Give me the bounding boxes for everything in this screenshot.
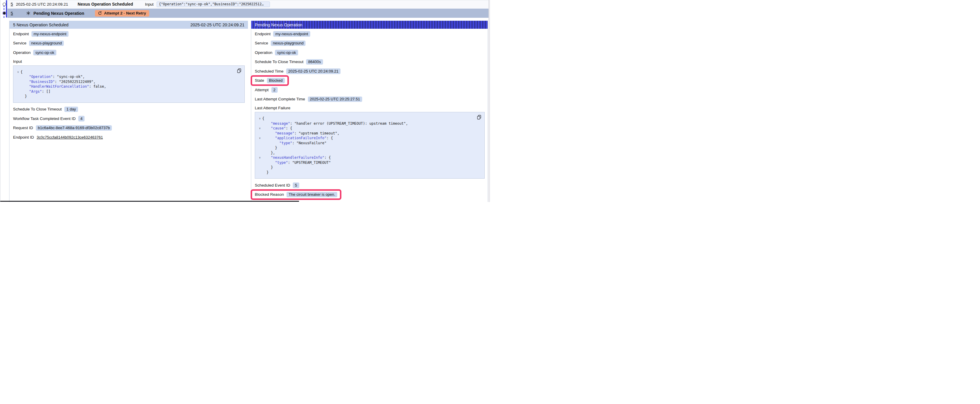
- field-label: Scheduled Event ID: [255, 183, 290, 187]
- field-value-chip: my-nexus-endpoint: [273, 31, 310, 37]
- event-title: Pending Nexus Operation: [33, 11, 90, 16]
- field-value-chip: b1c6a4bc-8ee7-468a-9169-df3b02c8737b: [36, 125, 112, 131]
- timeline-event-circle-icon: [3, 3, 6, 6]
- event-timestamp: 2025-02-25 UTC 20:24:09.21: [16, 2, 75, 6]
- field-row: StateBlocked: [255, 78, 488, 84]
- field-row: Last Attempt Complete Time2025-02-25 UTC…: [255, 97, 488, 102]
- field-label: Schedule To Close Timeout: [255, 60, 304, 64]
- field-row: Endpoint ID3c0c75ccfa8144b092c13ce632463…: [13, 135, 248, 140]
- field-row: Servicenexus-playground: [255, 41, 488, 46]
- field-value-chip: 4: [78, 116, 84, 122]
- field-value-chip: The circuit breaker is open.: [286, 192, 337, 198]
- field-label: Operation: [13, 50, 30, 55]
- field-value-chip: 5: [293, 182, 299, 188]
- field-label: Schedule To Close Timeout: [13, 107, 62, 111]
- pending-operation-detail-panel: Pending Nexus Operation Endpointmy-nexus…: [251, 21, 488, 202]
- input-preview-chip: {"Operation":"sync-op-ok","BusinessID":"…: [157, 2, 270, 7]
- selected-events-indicator-bar: [6, 0, 7, 17]
- collapse-chevron-icon[interactable]: ∨: [258, 136, 262, 141]
- annotation-highlight-box: Blocked ReasonThe circuit breaker is ope…: [251, 189, 341, 200]
- field-value-chip: sync-op-ok: [33, 50, 56, 55]
- event-title: Nexus Operation Scheduled: [78, 2, 145, 6]
- last-attempt-failure-label: Last Attempt Failure: [255, 106, 488, 110]
- field-label: Operation: [255, 50, 272, 55]
- collapse-chevron-icon[interactable]: ∨: [258, 116, 262, 121]
- field-value-chip: my-nexus-endpoint: [32, 31, 68, 37]
- timeline-pending-dot-icon: [3, 12, 6, 14]
- field-row: Attempt2: [255, 87, 488, 93]
- field-label: State: [255, 78, 264, 82]
- panel-timestamp: 2025-02-25 UTC 20:24:09.21: [191, 22, 244, 27]
- retry-attempt-badge: Attempt 2 · Next Retry: [95, 10, 149, 17]
- field-label: Service: [13, 41, 26, 45]
- field-value-chip: nexus-playground: [29, 41, 64, 46]
- field-label: Endpoint: [13, 32, 29, 36]
- vertical-scrollbar[interactable]: [488, 0, 490, 202]
- window-bottom-edge: [0, 201, 299, 202]
- field-label: Workflow Task Completed Event ID: [13, 116, 76, 121]
- scheduled-event-detail-panel: 5 Nexus Operation Scheduled 2025-02-25 U…: [9, 21, 248, 202]
- field-row: Schedule To Close Timeout1 day: [13, 107, 248, 112]
- retry-icon: [98, 11, 102, 16]
- field-value-chip: sync-op-ok: [275, 50, 298, 55]
- field-value-chip: nexus-playground: [271, 41, 305, 46]
- copy-button[interactable]: [237, 68, 242, 73]
- field-row: Servicenexus-playground: [13, 41, 248, 46]
- event-id-link[interactable]: 5: [11, 2, 13, 6]
- field-value-chip: 2025-02-25 UTC 20:24:09.21: [286, 68, 340, 74]
- collapse-chevron-icon[interactable]: ∨: [16, 70, 21, 74]
- input-section-label: Input: [13, 59, 248, 64]
- pending-panel-header[interactable]: Pending Nexus Operation: [251, 21, 488, 29]
- field-value-chip: 1 day: [64, 107, 78, 112]
- copy-icon: [237, 68, 242, 73]
- collapse-chevron-icon[interactable]: ∨: [258, 155, 262, 160]
- event-row-pending[interactable]: 5 Pending Nexus Operation Attempt 2 · Ne…: [7, 9, 490, 18]
- collapse-chevron-icon[interactable]: ∨: [258, 126, 262, 131]
- input-label: Input: [145, 2, 154, 6]
- field-row: Endpointmy-nexus-endpoint: [13, 31, 248, 37]
- field-label: Scheduled Time: [255, 69, 283, 73]
- annotation-highlight-box: StateBlocked: [251, 75, 289, 86]
- field-row: Operationsync-op-ok: [13, 50, 248, 55]
- field-label: Attempt: [255, 88, 269, 92]
- field-label: Endpoint ID: [13, 135, 34, 139]
- field-row: Workflow Task Completed Event ID4: [13, 116, 248, 122]
- field-label: Blocked Reason: [255, 192, 284, 196]
- field-row: Request IDb1c6a4bc-8ee7-468a-9169-df3b02…: [13, 125, 248, 131]
- field-value-link[interactable]: 3c0c75ccfa8144b092c13ce632463761: [37, 135, 103, 139]
- copy-icon: [477, 115, 481, 120]
- panel-title: Pending Nexus Operation: [255, 22, 484, 27]
- asterisk-icon: [26, 11, 30, 16]
- field-row: Scheduled Time2025-02-25 UTC 20:24:09.21: [255, 68, 488, 74]
- field-row: Blocked ReasonThe circuit breaker is ope…: [255, 192, 488, 198]
- copy-button[interactable]: [477, 115, 481, 120]
- failure-json-viewer: ∨{ "message": "handler error (UPSTREAM_T…: [255, 112, 485, 179]
- scheduled-panel-header[interactable]: 5 Nexus Operation Scheduled 2025-02-25 U…: [10, 21, 248, 29]
- field-row: Operationsync-op-ok: [255, 50, 488, 55]
- panel-title: 5 Nexus Operation Scheduled: [13, 22, 191, 27]
- field-value-chip: Blocked: [267, 78, 285, 84]
- event-id-link[interactable]: 5: [11, 11, 13, 16]
- event-row-scheduled[interactable]: 5 2025-02-25 UTC 20:24:09.21 Nexus Opera…: [7, 0, 489, 8]
- field-value-chip: 2025-02-25 UTC 20:25:27.51: [308, 97, 362, 102]
- field-row: Scheduled Event ID5: [255, 182, 488, 188]
- field-row: Schedule To Close Timeout86400s: [255, 59, 488, 65]
- field-value-chip: 86400s: [306, 59, 323, 65]
- input-json-viewer: ∨{ "Operation": "sync-op-ok", "BusinessI…: [13, 65, 245, 103]
- field-label: Last Attempt Complete Time: [255, 97, 305, 101]
- field-label: Request ID: [13, 125, 33, 130]
- field-row: Endpointmy-nexus-endpoint: [255, 31, 488, 37]
- retry-badge-label: Attempt 2 · Next Retry: [104, 11, 146, 16]
- field-label: Service: [255, 41, 268, 45]
- field-value-chip: 2: [271, 87, 278, 93]
- field-label: Endpoint: [255, 32, 270, 36]
